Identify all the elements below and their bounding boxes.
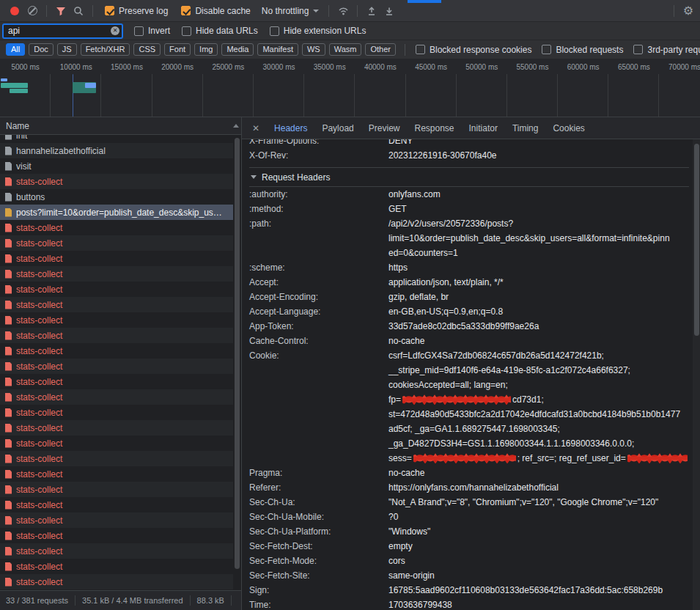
header-name: Time: [249,598,388,610]
settings-button[interactable]: ⚙ [679,2,697,20]
request-row[interactable]: stats-collect [0,266,233,282]
request-headers-section-toggle[interactable]: Request Headers [249,168,689,187]
header-value-text: limit=10&order=publish_date_desc&skip_us… [388,233,670,243]
request-row[interactable]: stats-collect [0,405,233,420]
request-row[interactable]: stats-collect [0,497,233,512]
clear-filter-icon[interactable]: ✕ [111,26,119,35]
header-value-text: application/json, text/plain, */* [388,277,504,287]
name-column-header[interactable]: Name [0,117,241,135]
type-filter-chip[interactable]: Font [164,43,191,56]
throttling-select[interactable]: No throttling [262,6,320,16]
file-icon [5,270,12,279]
request-row[interactable]: stats-collect [0,512,233,528]
type-filter-chip[interactable]: CSS [133,43,161,56]
network-toolbar: Preserve log Disable cache No throttling [0,0,700,22]
third-party-requests-checkbox[interactable]: 3rd-party requests [633,45,700,55]
request-row[interactable]: stats-collect [0,374,233,389]
disable-cache-checkbox[interactable]: Disable cache [181,6,250,16]
clear-button[interactable] [23,2,41,20]
scrollbar-thumb[interactable] [694,144,699,336]
request-row[interactable]: hannahelizabethofficial [0,143,233,158]
header-value-text: 1703636799438 [388,600,452,610]
toolbar-divider [405,44,405,56]
type-filter-chip[interactable]: Img [194,43,218,56]
request-row[interactable]: stats-collect [0,297,233,312]
request-row[interactable]: stats-collect [0,482,233,497]
name-column-label: Name [6,121,29,131]
type-filter-chip[interactable]: All [6,43,25,56]
type-filter-chip[interactable]: Wasm [329,43,362,56]
scroll-up-icon[interactable] [233,124,239,128]
tab-cookies[interactable]: Cookies [545,117,592,139]
header-value-text: 202312261916-30670fa40e [388,150,496,161]
type-filter-chip[interactable]: JS [57,43,77,56]
file-icon [5,147,12,155]
request-row[interactable]: init [0,135,233,143]
request-row[interactable]: stats-collect [0,174,233,189]
timeline-tick-label: 60000 ms [558,59,608,74]
request-row[interactable]: stats-collect [0,389,233,405]
request-name: stats-collect [16,361,233,372]
request-list-scrollbar[interactable] [233,135,241,590]
tab-timing[interactable]: Timing [505,117,546,139]
hide-data-urls-checkbox[interactable]: Hide data URLs [182,26,258,36]
request-row[interactable]: visit [0,158,233,174]
header-row: Cache-Control:no-cache [249,334,689,348]
blocked-requests-checkbox[interactable]: Blocked requests [542,45,623,55]
request-row[interactable]: stats-collect [0,420,233,436]
header-value-text: ed=0&counters=1 [388,248,458,258]
close-icon[interactable]: ✕ [242,123,267,133]
timeline-gridline [355,74,405,117]
request-row[interactable]: stats-collect [0,574,233,589]
hide-extension-urls-checkbox[interactable]: Hide extension URLs [270,26,366,36]
request-row[interactable]: stats-collect [0,528,233,543]
tab-payload[interactable]: Payload [314,117,361,139]
request-row[interactable]: stats-collect [0,312,233,328]
scrollbar-thumb[interactable] [235,138,240,569]
details-scrollbar[interactable] [693,139,700,610]
request-row[interactable]: stats-collect [0,251,233,266]
filter-input[interactable] [3,24,122,38]
header-value: csrf=LdfcGX4Sa72db06824c657db26a5d142472… [388,348,689,466]
request-row[interactable]: stats-collect [0,282,233,297]
network-conditions-button[interactable] [334,2,352,20]
type-filter-chip[interactable]: WS [302,43,325,56]
preserve-log-checkbox[interactable]: Preserve log [105,6,168,16]
search-button[interactable] [70,2,87,20]
export-har-button[interactable] [380,2,398,20]
invert-checkbox[interactable]: Invert [134,26,170,36]
type-filter-chip[interactable]: Manifest [257,43,298,56]
type-filter-chip[interactable]: Doc [29,43,54,56]
type-filter-chip[interactable]: Fetch/XHR [81,43,130,56]
blocked-response-cookies-checkbox[interactable]: Blocked response cookies [416,45,531,55]
tab-headers[interactable]: Headers [267,117,314,139]
tab-initiator[interactable]: Initiator [462,117,505,139]
import-har-button[interactable] [363,2,380,20]
request-row[interactable]: stats-collect [0,559,233,574]
filter-toggle-button[interactable] [52,2,70,20]
request-row[interactable]: stats-collect [0,436,233,451]
header-row: X-Of-Rev:202312261916-30670fa40e [249,148,689,163]
tab-response[interactable]: Response [407,117,461,139]
headers-content: X-Frame-Options:DENYX-Of-Rev:20231226191… [242,139,700,610]
request-row[interactable]: stats-collect [0,220,233,235]
header-value-line: application/json, text/plain, */* [388,275,504,290]
request-row[interactable]: stats-collect [0,451,233,466]
request-row[interactable]: stats-collect [0,328,233,343]
header-value: no-cache [388,334,424,348]
request-row[interactable]: stats-collect [0,359,233,374]
request-row[interactable]: posts?limit=10&order=publish_date_desc&s… [0,205,233,220]
request-row[interactable]: stats-collect [0,235,233,251]
header-value-text: 16785:5aad9602cf110608b03133de563642fac1… [388,585,663,595]
tab-preview[interactable]: Preview [361,117,408,139]
file-icon [5,162,12,171]
request-row[interactable]: stats-collect [0,466,233,482]
type-filter-chip[interactable]: Media [221,43,254,56]
request-row[interactable]: stats-collect [0,543,233,559]
header-name: :path: [249,216,388,231]
record-button[interactable] [6,2,23,20]
request-row[interactable]: stats-collect [0,343,233,359]
timeline-overview[interactable]: 5000 ms10000 ms15000 ms20000 ms25000 ms3… [0,59,700,117]
request-row[interactable]: buttons [0,189,233,205]
type-filter-chip[interactable]: Other [365,43,396,56]
